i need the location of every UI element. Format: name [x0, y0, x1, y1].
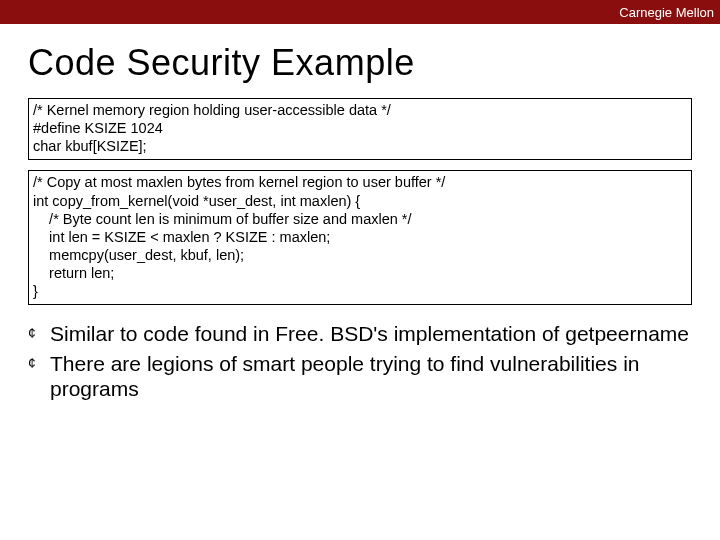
header-bar: Carnegie Mellon [0, 0, 720, 24]
code-block-1: /* Kernel memory region holding user-acc… [28, 98, 692, 160]
code-area: /* Kernel memory region holding user-acc… [28, 98, 692, 305]
slide: Carnegie Mellon Code Security Example /*… [0, 0, 720, 540]
code-block-2: /* Copy at most maxlen bytes from kernel… [28, 170, 692, 305]
bullet-marker-icon: ¢ [28, 351, 50, 402]
bullet-marker-icon: ¢ [28, 321, 50, 347]
brand-label: Carnegie Mellon [619, 5, 714, 20]
slide-title: Code Security Example [28, 42, 720, 84]
bullet-item: ¢ There are legions of smart people tryi… [28, 351, 692, 402]
bullet-list: ¢ Similar to code found in Free. BSD's i… [28, 321, 692, 402]
bullet-text: Similar to code found in Free. BSD's imp… [50, 321, 692, 347]
bullet-item: ¢ Similar to code found in Free. BSD's i… [28, 321, 692, 347]
bullet-text: There are legions of smart people trying… [50, 351, 692, 402]
